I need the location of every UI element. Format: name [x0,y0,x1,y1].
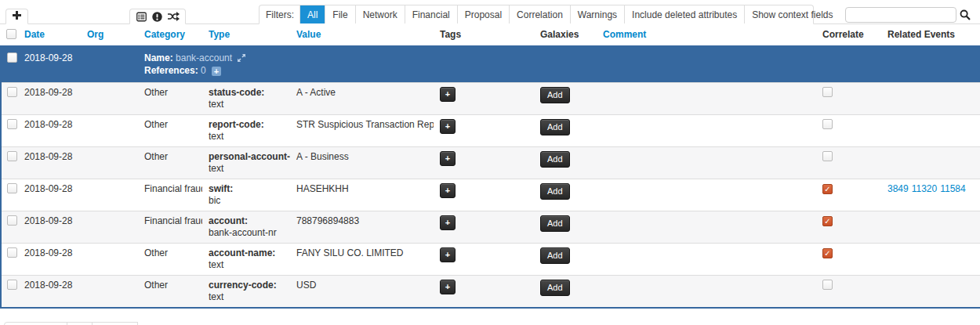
correlate-checkbox[interactable]: ✓ [822,248,833,258]
column-header-type[interactable]: Type [202,24,290,46]
add-reference-icon[interactable]: + [212,67,221,76]
object-references-label: References: [144,65,198,76]
column-header-comment[interactable]: Comment [597,24,816,46]
object-row-checkbox[interactable] [7,52,17,63]
correlate-checkbox[interactable] [822,119,833,129]
column-header-related-events: Related Events [881,24,980,46]
filter-tab-correlation[interactable]: Correlation [509,5,570,23]
galaxies-cell: Add [534,244,597,276]
add-tag-button[interactable]: + [440,247,456,262]
attribute-toolbar: Filters: AllFileNetworkFinancialProposal… [0,0,980,24]
correlate-checkbox[interactable] [822,280,833,290]
date-cell: 2018-09-28 [18,83,81,115]
column-header-correlate: Correlate [816,24,881,46]
related-event-link[interactable]: 11320 [912,183,937,194]
galaxies-cell: Add [534,276,597,309]
search-input[interactable] [845,7,956,23]
correlate-cell: ✓ [816,244,881,276]
row-checkbox[interactable] [7,247,17,258]
attribute-row: 2018-09-28 Other currency-code: text USD… [1,276,980,309]
add-tag-button[interactable]: + [440,119,456,134]
comment-cell [597,83,816,115]
value-cell: HASEHKHH [290,179,434,211]
pagination-item-next[interactable]: next » [92,322,138,325]
related-events-cell [881,211,980,244]
object-name-line: Name: bank-account [144,52,974,65]
checkbox-cell [1,115,18,147]
search-icon[interactable] [956,8,974,22]
type-cell: personal-account-type: text [202,147,290,179]
pagination-item-1[interactable]: 1 [67,322,93,325]
object-org-cell [81,46,138,83]
related-event-link[interactable]: 3849 [887,183,909,194]
comment-cell [597,179,816,211]
attribute-row: 2018-09-28 Other status-code: text A - A… [1,83,980,115]
date-cell: 2018-09-28 [18,147,81,179]
row-checkbox[interactable] [7,183,17,193]
related-events-cell [881,115,980,147]
add-tag-button[interactable]: + [440,183,456,198]
filter-tab-proposal[interactable]: Proposal [457,5,509,23]
expand-object-icon[interactable] [238,53,245,64]
list-alt-icon[interactable] [136,12,147,22]
exclamation-circle-icon[interactable] [152,12,162,22]
shuffle-icon[interactable] [168,12,180,21]
row-checkbox[interactable] [7,215,17,226]
related-event-link[interactable]: 11584 [940,183,965,194]
org-cell [81,276,138,309]
filter-tab-financial[interactable]: Financial [405,5,457,23]
add-galaxy-button[interactable]: Add [540,247,570,264]
select-all-header [1,24,18,46]
filter-tab-file[interactable]: File [325,5,354,23]
filter-tab-all[interactable]: All [299,5,325,23]
related-events-cell [881,83,980,115]
object-row: 2018-09-28 Name: bank-account References… [1,46,980,83]
correlate-cell [816,147,881,179]
filter-tab-warnings[interactable]: Warnings [570,5,624,23]
add-tag-button[interactable]: + [440,151,456,166]
add-attribute-button[interactable] [5,9,28,24]
object-info-cell: Name: bank-account References: 0 + [138,46,980,83]
column-header-org[interactable]: Org [81,24,138,46]
pagination-item-previous[interactable]: « previous [4,322,67,325]
checkbox-cell [1,147,18,179]
org-cell [81,147,138,179]
select-all-checkbox[interactable] [6,29,16,39]
attribute-row: 2018-09-28 Financial fraud account: bank… [1,211,980,244]
add-galaxy-button[interactable]: Add [540,87,570,103]
attribute-row: 2018-09-28 Other account-name: text FANY… [1,244,980,276]
add-galaxy-button[interactable]: Add [540,215,570,232]
column-header-category[interactable]: Category [138,24,202,46]
row-checkbox[interactable] [7,151,17,161]
org-cell [81,211,138,244]
row-checkbox[interactable] [7,119,17,129]
galaxies-cell: Add [534,147,597,179]
type-cell: swift: bic [202,179,290,211]
correlate-checkbox[interactable]: ✓ [822,184,833,194]
add-galaxy-button[interactable]: Add [540,119,570,135]
tags-cell: + [434,83,534,115]
filter-tab-show-context-fields[interactable]: Show context fields [744,5,840,23]
date-cell: 2018-09-28 [18,244,81,276]
add-galaxy-button[interactable]: Add [540,151,570,168]
value-cell: A - Business [290,147,434,179]
correlate-checkbox[interactable]: ✓ [822,216,833,226]
correlate-checkbox[interactable] [822,87,833,97]
add-tag-button[interactable]: + [440,87,456,102]
correlate-checkbox[interactable] [822,151,833,161]
comment-cell [597,211,816,244]
related-events-cell [881,244,980,276]
checkbox-cell [1,83,18,115]
value-cell: A - Active [290,83,434,115]
column-header-value[interactable]: Value [290,24,434,46]
add-galaxy-button[interactable]: Add [540,183,570,200]
row-checkbox[interactable] [7,280,17,290]
column-header-date[interactable]: Date [18,24,81,46]
filter-tab-network[interactable]: Network [355,5,405,23]
object-references-count: 0 [201,65,206,76]
add-tag-button[interactable]: + [440,280,456,294]
add-galaxy-button[interactable]: Add [540,280,570,296]
row-checkbox[interactable] [7,87,17,97]
add-tag-button[interactable]: + [440,215,456,230]
filter-tab-include-deleted-attributes[interactable]: Include deleted attributes [624,5,744,23]
